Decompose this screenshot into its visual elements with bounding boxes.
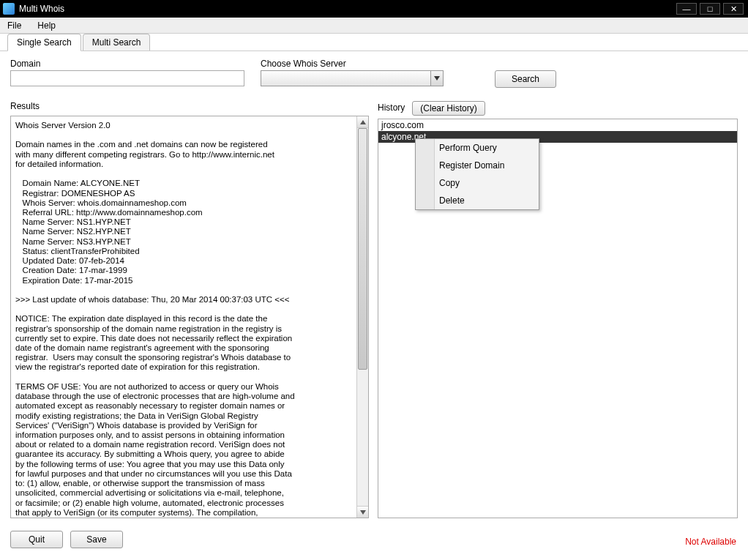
scroll-up-icon[interactable] (357, 116, 368, 128)
search-button[interactable]: Search (495, 70, 556, 88)
server-label: Choose Whois Server (261, 59, 444, 69)
context-menu: Perform Query Register Domain Copy Delet… (415, 138, 539, 210)
results-area: Results Whois Server Version 2.0 Domain … (10, 101, 738, 518)
results-textarea[interactable]: Whois Server Version 2.0 Domain names in… (10, 116, 369, 518)
history-panel: History (Clear History) jrosco.com alcyo… (378, 101, 738, 518)
tab-single-search[interactable]: Single Search (7, 34, 81, 51)
content-area: Domain Choose Whois Server Search Result… (0, 51, 748, 560)
domain-label: Domain (10, 59, 244, 69)
results-text: Whois Server Version 2.0 Domain names in… (11, 116, 356, 518)
maximize-button[interactable]: □ (700, 3, 720, 15)
footer-buttons: Quit Save (10, 531, 123, 548)
app-window: Multi Whois — □ ✕ File Help Single Searc… (0, 0, 748, 560)
menu-file[interactable]: File (4, 19, 24, 32)
results-label: Results (10, 101, 369, 111)
menu-help[interactable]: Help (34, 19, 59, 32)
domain-input[interactable] (10, 70, 244, 86)
scroll-down-icon[interactable] (357, 506, 368, 518)
window-controls: — □ ✕ (676, 3, 744, 15)
results-panel: Results Whois Server Version 2.0 Domain … (10, 101, 369, 518)
server-combo[interactable] (261, 70, 444, 86)
titlebar: Multi Whois — □ ✕ (0, 0, 748, 18)
scroll-track[interactable] (357, 128, 368, 506)
menu-register-domain[interactable]: Register Domain (416, 157, 539, 174)
history-label: History (378, 102, 405, 113)
status-text: Not Available (685, 537, 736, 547)
quit-button[interactable]: Quit (10, 531, 63, 548)
menu-delete[interactable]: Delete (416, 192, 539, 209)
tabstrip: Single Search Multi Search (0, 34, 748, 51)
menubar: File Help (0, 18, 748, 34)
clear-history-button[interactable]: (Clear History) (412, 101, 485, 116)
tab-multi-search[interactable]: Multi Search (83, 34, 151, 51)
search-row: Domain Choose Whois Server Search (10, 59, 738, 88)
menu-copy[interactable]: Copy (416, 174, 539, 192)
server-combo-value (261, 70, 430, 86)
minimize-button[interactable]: — (676, 3, 697, 15)
save-button[interactable]: Save (70, 531, 123, 548)
scroll-thumb[interactable] (358, 128, 367, 370)
close-button[interactable]: ✕ (723, 3, 744, 15)
app-icon (3, 3, 15, 15)
results-scrollbar[interactable] (356, 116, 368, 518)
menu-perform-query[interactable]: Perform Query (416, 139, 539, 157)
history-list[interactable]: jrosco.com alcyone.net Perform Query Reg… (378, 119, 738, 518)
chevron-down-icon[interactable] (430, 70, 444, 86)
window-title: Multi Whois (19, 4, 676, 14)
list-item[interactable]: jrosco.com (378, 119, 737, 131)
